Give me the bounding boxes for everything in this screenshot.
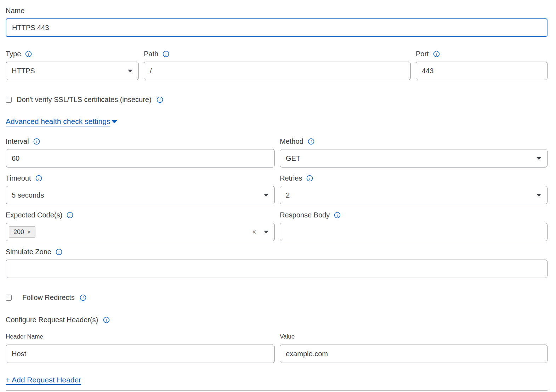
chevron-down-icon [263,193,269,197]
svg-text:i: i [38,176,39,181]
ssl-verify-row: Don't verify SSL/TLS certificates (insec… [6,96,548,104]
simulate-zone-field: Simulate Zone i [6,248,548,278]
header-name-input[interactable] [6,345,275,363]
interval-info-icon[interactable]: i [33,138,40,145]
clear-all-icon[interactable]: × [252,228,256,235]
simulate-zone-info-icon[interactable]: i [56,249,62,255]
chevron-down-icon [127,69,133,73]
type-info-icon[interactable]: i [25,51,32,57]
type-label: Type [6,50,21,58]
method-select-value: GET [286,154,300,163]
request-header-row: Header Name Value [6,333,548,363]
port-label: Port [416,50,429,58]
header-value-column-label: Value [280,333,548,340]
svg-text:i: i [36,139,37,144]
svg-text:i: i [106,318,107,323]
retries-info-icon[interactable]: i [306,175,313,182]
follow-redirects-checkbox[interactable] [6,295,12,301]
timeout-label: Timeout [6,174,31,182]
chevron-down-icon[interactable] [263,230,269,234]
chevron-down-icon [536,157,541,160]
advanced-settings-link[interactable]: Advanced health check settings [6,117,110,126]
header-name-column-label: Header Name [6,333,275,340]
remove-tag-icon[interactable]: × [27,228,31,235]
response-body-input[interactable] [280,223,548,241]
retries-label: Retries [280,174,302,182]
name-input[interactable] [6,18,548,37]
svg-text:i: i [69,212,70,217]
path-label: Path [144,50,158,58]
request-headers-section: Configure Request Header(s) i [6,316,548,324]
path-input[interactable] [144,62,411,80]
follow-redirects-label: Follow Redirects [22,294,75,302]
add-request-header-link[interactable]: + Add Request Header [6,376,81,384]
timeout-select[interactable]: 5 seconds [6,186,275,204]
svg-text:i: i [311,139,312,144]
response-body-label: Response Body [280,211,330,219]
type-select-value: HTTPS [12,67,35,75]
path-info-icon[interactable]: i [163,51,169,57]
retries-select[interactable]: 2 [280,186,548,204]
svg-text:i: i [28,51,29,56]
response-body-info-icon[interactable]: i [334,212,341,218]
follow-redirects-info-icon[interactable]: i [80,294,86,301]
interval-input[interactable] [6,149,275,167]
svg-text:i: i [337,212,338,217]
type-select[interactable]: HTTPS [6,62,139,80]
port-input[interactable] [416,62,548,80]
type-field: Type i HTTPS [6,50,139,80]
interval-label: Interval [6,137,29,146]
svg-text:i: i [58,249,59,254]
expected-codes-field: Expected Code(s) i 200 × × [6,211,275,241]
expected-codes-info-icon[interactable]: i [67,212,73,218]
timeout-select-value: 5 seconds [12,191,44,199]
svg-text:i: i [436,51,437,56]
timeout-info-icon[interactable]: i [35,175,42,182]
name-label: Name [6,6,24,15]
interval-field: Interval i [6,137,275,167]
ssl-verify-checkbox[interactable] [6,97,12,103]
svg-text:i: i [159,97,160,102]
port-field: Port i [416,50,548,80]
expected-code-tag: 200 × [9,226,35,238]
advanced-settings-row: Advanced health check settings [6,117,548,126]
expected-code-tag-value: 200 [13,228,24,235]
method-label: Method [280,137,303,146]
port-info-icon[interactable]: i [433,51,440,57]
header-value-input[interactable] [280,345,548,363]
follow-redirects-row: Follow Redirects i [6,294,548,302]
expected-codes-label: Expected Code(s) [6,211,62,219]
method-info-icon[interactable]: i [308,138,314,145]
caret-down-icon[interactable] [111,119,118,124]
retries-select-value: 2 [286,191,290,199]
svg-text:i: i [309,176,310,181]
request-headers-title: Configure Request Header(s) [6,316,98,324]
response-body-field: Response Body i [280,211,548,241]
method-field: Method i GET [280,137,548,167]
ssl-verify-label: Don't verify SSL/TLS certificates (insec… [17,96,152,104]
request-headers-info-icon[interactable]: i [103,317,110,323]
simulate-zone-label: Simulate Zone [6,248,51,256]
simulate-zone-input[interactable] [6,260,548,278]
path-field: Path i [144,50,411,80]
expected-codes-multiselect[interactable]: 200 × × [6,223,275,241]
timeout-field: Timeout i 5 seconds [6,174,275,204]
svg-text:i: i [165,51,166,56]
header-name-field: Header Name [6,333,275,363]
method-select[interactable]: GET [280,149,548,167]
section-divider [6,390,548,391]
header-value-field: Value [280,333,548,363]
chevron-down-icon [536,193,541,197]
health-check-form: Name Type i HTTPS Path i [0,0,556,391]
svg-text:i: i [83,295,84,300]
ssl-verify-info-icon[interactable]: i [157,96,163,103]
retries-field: Retries i 2 [280,174,548,204]
